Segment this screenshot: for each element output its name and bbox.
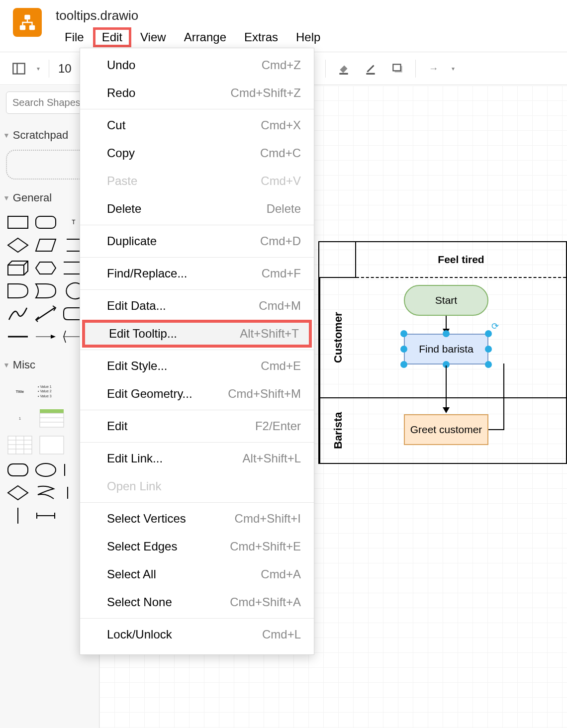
menu-item-edit-tooltip[interactable]: Edit Tooltip...Alt+Shift+T (82, 320, 312, 348)
shadow-icon[interactable] (388, 60, 406, 78)
menu-item-cut[interactable]: CutCmd+X (80, 111, 314, 139)
selection-handle[interactable] (443, 330, 450, 337)
svg-rect-7 (339, 73, 348, 74)
fill-color-icon[interactable] (335, 60, 353, 78)
shape-curve[interactable] (6, 305, 30, 323)
misc-table-plain[interactable] (6, 434, 34, 456)
lane-label-customer[interactable]: Customer (319, 278, 356, 397)
menu-item-edit-link[interactable]: Edit Link...Alt+Shift+L (80, 445, 314, 472)
menu-view[interactable]: View (131, 27, 175, 47)
general-label: General (13, 191, 52, 204)
misc-table-green[interactable] (38, 407, 66, 429)
shape-and[interactable] (6, 282, 30, 300)
menu-item-edit[interactable]: EditF2/Enter (80, 412, 314, 440)
menu-separator (80, 225, 314, 225)
menu-item-shortcut: Cmd+Shift+M (228, 387, 301, 401)
document-title[interactable]: tooltips.drawio (56, 5, 329, 27)
misc-rounded-rect[interactable] (6, 461, 30, 479)
swimlane-corner (319, 242, 356, 278)
menu-item-delete[interactable]: DeleteDelete (80, 195, 314, 223)
menu-item-select-none[interactable]: Select NoneCmd+Shift+A (80, 588, 314, 616)
misc-table-partial[interactable] (38, 434, 66, 456)
misc-label: Misc (13, 359, 35, 371)
menu-arrange[interactable]: Arrange (175, 27, 235, 47)
selection-handle[interactable] (485, 346, 492, 353)
menu-item-label: Select All (107, 567, 156, 581)
menu-file[interactable]: File (56, 27, 93, 47)
menu-item-label: Find/Replace... (107, 267, 187, 280)
swimlane-container[interactable]: Feel tired Customer Start Find barista ⟳ (318, 241, 567, 464)
misc-zigzag[interactable] (34, 484, 58, 502)
menu-item-lock-unlock[interactable]: Lock/UnlockCmd+L (80, 621, 314, 648)
menu-item-label: Edit Tooltip... (109, 327, 177, 341)
edge-greet-out-v[interactable] (503, 364, 504, 430)
connection-icon[interactable]: → (425, 60, 443, 78)
menu-item-edit-style[interactable]: Edit Style...Cmd+E (80, 352, 314, 380)
svg-rect-21 (8, 436, 32, 454)
selection-handle[interactable] (485, 361, 492, 368)
misc-values-list[interactable]: • Value 1 • Value 2 • Value 3 (38, 380, 66, 402)
misc-diamond[interactable] (6, 484, 30, 502)
menu-item-select-edges[interactable]: Select EdgesCmd+Shift+E (80, 533, 314, 560)
lane-body-customer[interactable]: Start Find barista ⟳ → (356, 278, 566, 397)
menu-item-label: Edit Link... (107, 452, 163, 465)
misc-partial[interactable]: 1 (6, 407, 34, 429)
shape-diamond[interactable] (6, 236, 30, 254)
svg-rect-3 (13, 63, 24, 74)
zoom-value[interactable]: 10 (58, 62, 72, 76)
shape-dashed-line[interactable] (34, 328, 58, 346)
menu-item-edit-geometry[interactable]: Edit Geometry...Cmd+Shift+M (80, 380, 314, 408)
misc-hbar[interactable] (34, 507, 58, 525)
svg-rect-27 (40, 436, 64, 454)
shape-hexagon[interactable] (34, 259, 58, 277)
shape-line-thick[interactable] (6, 328, 30, 346)
menu-item-undo[interactable]: UndoCmd+Z (80, 51, 314, 79)
menu-item-label: Lock/Unlock (107, 628, 172, 641)
menu-item-label: Duplicate (107, 234, 157, 248)
menu-help[interactable]: Help (287, 27, 329, 47)
menu-item-redo[interactable]: RedoCmd+Shift+Z (80, 79, 314, 107)
menu-item-shortcut: Cmd+F (262, 267, 301, 280)
menu-edit[interactable]: Edit (93, 27, 131, 47)
shape-rectangle[interactable] (6, 213, 30, 231)
misc-ellipse[interactable] (34, 461, 58, 479)
menu-separator (80, 109, 314, 109)
menu-separator (80, 410, 314, 410)
view-mode-icon[interactable] (10, 60, 28, 78)
lane-header-feel-tired[interactable]: Feel tired (356, 242, 566, 278)
line-color-icon[interactable] (362, 60, 379, 78)
menu-item-shortcut: Cmd+Shift+E (230, 540, 301, 553)
selection-handle[interactable] (485, 330, 492, 337)
menu-item-label: Edit Geometry... (107, 387, 192, 401)
shape-parallelogram[interactable] (34, 236, 58, 254)
menu-item-duplicate[interactable]: DuplicateCmd+D (80, 227, 314, 255)
misc-vline[interactable] (6, 507, 30, 525)
menu-item-select-vertices[interactable]: Select VerticesCmd+Shift+I (80, 505, 314, 533)
edge-into-greet[interactable] (446, 397, 447, 408)
svg-rect-18 (40, 413, 64, 427)
rotate-handle-icon[interactable]: ⟳ (491, 321, 500, 330)
selection-handle[interactable] (400, 330, 407, 337)
node-greet-customer[interactable]: Greet customer (404, 414, 488, 445)
selection-handle[interactable] (400, 361, 407, 368)
node-start[interactable]: Start (404, 285, 488, 316)
lane-label-barista[interactable]: Barista (319, 398, 356, 463)
app-logo (13, 8, 42, 37)
misc-title[interactable]: Title (6, 380, 34, 402)
menu-extras[interactable]: Extras (235, 27, 287, 47)
menu-item-find-replace[interactable]: Find/Replace...Cmd+F (80, 260, 314, 287)
svg-rect-11 (8, 216, 28, 228)
node-find-barista[interactable]: Find barista (404, 334, 488, 364)
menu-item-copy[interactable]: CopyCmd+C (80, 139, 314, 167)
menu-item-select-all[interactable]: Select AllCmd+A (80, 560, 314, 588)
shape-bidir-arrow[interactable] (34, 305, 58, 323)
shape-or[interactable] (34, 282, 58, 300)
menu-item-label: Copy (107, 146, 135, 160)
shape-rounded-rect[interactable] (34, 213, 58, 231)
lane-body-barista[interactable]: Greet customer (356, 398, 566, 463)
shape-cube[interactable] (6, 259, 30, 277)
menu-item-shortcut: Cmd+Shift+I (235, 512, 301, 526)
selection-handle[interactable] (400, 346, 407, 353)
edge-greet-out[interactable] (488, 429, 504, 430)
menu-item-edit-data[interactable]: Edit Data...Cmd+M (80, 292, 314, 320)
